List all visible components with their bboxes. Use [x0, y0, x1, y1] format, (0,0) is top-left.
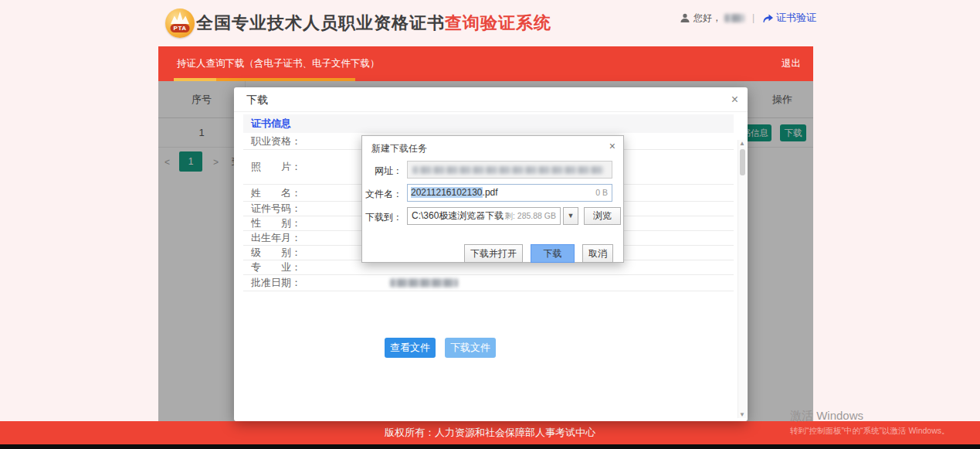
modal-title: 下载: [246, 87, 268, 112]
filename-label: 文件名：: [362, 188, 402, 201]
masked-username: [724, 14, 744, 22]
user-icon: [680, 13, 690, 23]
modal-scrollbar[interactable]: ▲ ▼: [738, 140, 746, 418]
new-download-task-dialog: 新建下载任务 × 网址： 文件名： 20211216102130.pdf 0 B…: [361, 135, 624, 263]
greeting-text: 您好，: [693, 12, 721, 25]
filename-extension: .pdf: [483, 187, 498, 198]
nav-bar: 持证人查询下载（含电子证书、电子文件下载） 退出: [158, 46, 813, 81]
field-approve-date: 批准日期：: [243, 275, 734, 291]
top-header: PTA 全国专业技术人员职业资格证书查询验证系统 您好， | 证书验证: [0, 0, 980, 46]
dialog-download-button[interactable]: 下载: [531, 244, 575, 263]
copyright-text: 版权所有：人力资源和社会保障部人事考试中心: [385, 427, 595, 438]
tab-holder-query-download[interactable]: 持证人查询下载（含电子证书、电子文件下载）: [158, 46, 398, 81]
view-file-button[interactable]: 查看文件: [385, 338, 436, 358]
browse-button[interactable]: 浏览: [584, 207, 621, 225]
pta-logo-label: PTA: [171, 24, 190, 32]
url-field: [407, 161, 612, 179]
saveto-dropdown-arrow-icon[interactable]: ▼: [563, 207, 578, 225]
filename-selected-text: 20211216102130: [411, 187, 483, 198]
divider: |: [752, 12, 754, 23]
saveto-label: 下载到：: [362, 211, 402, 224]
dialog-close-icon[interactable]: ×: [609, 140, 615, 152]
certificate-verify-label: 证书验证: [776, 11, 816, 25]
masked-url-value: [412, 166, 604, 174]
masked-approve-date: [390, 279, 458, 287]
page-title-main: 全国专业技术人员职业资格证书: [196, 13, 445, 32]
screen-bottom-edge: [0, 444, 980, 449]
section-title-cert-info: 证书信息: [243, 114, 734, 133]
download-file-button[interactable]: 下载文件: [445, 338, 496, 358]
logout-button[interactable]: 退出: [782, 46, 801, 81]
dialog-cancel-button[interactable]: 取消: [582, 244, 613, 263]
certificate-verify-link[interactable]: 证书验证: [762, 11, 816, 25]
tab-label: 持证人查询下载（含电子证书、电子文件下载）: [177, 58, 380, 69]
saveto-path-select[interactable]: C:\360极速浏览器下载 剩: 285.88 GB: [407, 207, 561, 225]
screen: PTA 全国专业技术人员职业资格证书查询验证系统 您好， | 证书验证: [0, 0, 980, 449]
user-box: 您好， | 证书验证: [680, 11, 816, 25]
url-label: 网址：: [362, 165, 402, 178]
download-and-open-button[interactable]: 下载并打开: [464, 244, 523, 263]
file-buttons: 查看文件 下载文件: [385, 338, 496, 358]
page-title: 全国专业技术人员职业资格证书查询验证系统: [196, 12, 551, 35]
brand: PTA 全国专业技术人员职业资格证书查询验证系统: [165, 9, 551, 38]
modal-close-icon[interactable]: ×: [731, 87, 738, 112]
free-space: 剩: 285.88 GB: [504, 208, 556, 224]
page-title-accent: 查询验证系统: [445, 13, 551, 32]
saveto-path: C:\360极速浏览器下载: [412, 210, 504, 221]
modal-header: 下载 ×: [234, 87, 748, 112]
scroll-down-icon[interactable]: ▼: [738, 411, 746, 418]
scrollbar-thumb[interactable]: [740, 149, 745, 175]
scroll-up-icon[interactable]: ▲: [738, 140, 746, 147]
footer: 版权所有：人力资源和社会保障部人事考试中心: [0, 421, 980, 444]
dialog-title: 新建下载任务: [371, 142, 427, 155]
share-arrow-icon: [762, 13, 774, 23]
pta-logo-icon: PTA: [165, 9, 195, 38]
file-size: 0 B: [595, 185, 608, 201]
filename-input[interactable]: 20211216102130.pdf 0 B: [407, 184, 612, 202]
